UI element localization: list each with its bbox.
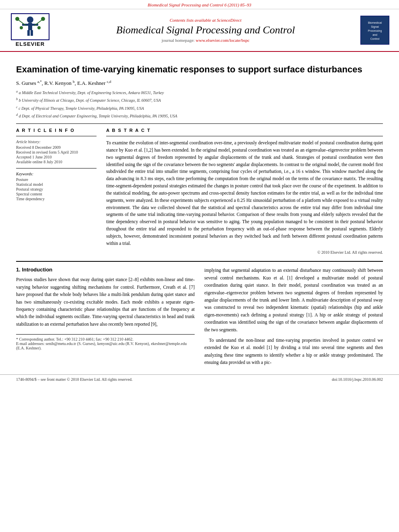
body-para-right-1: implying that segmental adaptation to an…: [204, 267, 383, 333]
keyword-4: Spectral content: [16, 192, 97, 196]
sciencedirect-link[interactable]: ScienceDirect: [217, 18, 241, 23]
section1-title: 1. Introduction: [16, 267, 195, 273]
divider-3: [16, 168, 97, 168]
history-revised: Received in revised form 5 April 2010: [16, 150, 97, 154]
elsevier-logo-box: [11, 13, 49, 40]
history-received: Received 8 December 2009: [16, 145, 97, 150]
keywords-title: Keywords:: [16, 172, 97, 176]
affiliation-c: c c Dept. of Physical Therapy, Temple Un…: [16, 105, 383, 112]
homepage-label: journal homepage:: [162, 38, 195, 43]
body-content: 1. Introduction Previous studies have sh…: [16, 267, 383, 369]
homepage-url[interactable]: www.elsevier.com/locate/bspc: [196, 38, 250, 43]
authors-line: S. Gurses a,*, R.V. Kenyon b, E.A. Keshn…: [16, 80, 383, 86]
divider-4: [106, 136, 383, 136]
section-divider: [16, 261, 383, 262]
history-online: Available online 8 July 2010: [16, 160, 97, 164]
svg-text:Signal: Signal: [371, 25, 379, 29]
doi-text: doi:10.1016/j.bspc.2010.06.002: [332, 377, 383, 382]
svg-text:Control: Control: [370, 37, 380, 40]
keywords-section: Keywords: Posture Statistical model Post…: [16, 172, 97, 201]
svg-text:Processing: Processing: [368, 29, 382, 33]
article-title: Examination of time-varying kinematic re…: [16, 64, 383, 76]
divider-1: [16, 123, 383, 124]
journal-header: ELSEVIER Contents lists available at Sci…: [0, 9, 399, 52]
journal-logo-inner: Biomedical Signal Processing and Control: [360, 16, 389, 45]
footnote-section: * Corresponding author. Tel.: +90 312 21…: [16, 334, 195, 350]
affiliation-a: a a Middle East Technical University, De…: [16, 89, 383, 96]
article-info-abstract: A R T I C L E I N F O Article history: R…: [16, 128, 383, 255]
svg-point-12: [37, 26, 41, 29]
body-para-right-2: To understand the non-linear and time-va…: [204, 337, 383, 366]
article-info-col: A R T I C L E I N F O Article history: R…: [16, 128, 97, 255]
svg-point-11: [20, 26, 23, 29]
body-para-1: Previous studies have shown that sway du…: [16, 276, 195, 328]
elsevier-wordmark: ELSEVIER: [16, 41, 45, 47]
svg-point-1: [27, 16, 33, 23]
journal-logo-icon: Biomedical Signal Processing and Control: [363, 18, 387, 42]
affiliation-d: d d Dept. of Electrical and Computer Eng…: [16, 112, 383, 119]
article-history: Article history: Received 8 December 200…: [16, 140, 97, 164]
abstract-col: A B S T R A C T To examine the evolution…: [106, 128, 383, 255]
homepage-line: journal homepage: www.elsevier.com/locat…: [162, 38, 250, 43]
history-accepted: Accepted 1 June 2010: [16, 155, 97, 159]
elsevier-logo: ELSEVIER: [8, 13, 52, 47]
footnote-text: * Corresponding author. Tel.: +90 312 21…: [16, 337, 195, 350]
keyword-1: Posture: [16, 177, 97, 182]
abstract-text: To examine the evolution of inter-segmen…: [106, 140, 383, 247]
keyword-2: Statistical model: [16, 182, 97, 187]
affiliation-b: b b University of Illinois at Chicago, D…: [16, 97, 383, 104]
affiliations: a a Middle East Technical University, De…: [16, 89, 383, 119]
svg-rect-5: [27, 30, 30, 36]
body-right-text: implying that segmental adaptation to an…: [204, 267, 383, 366]
svg-rect-6: [31, 30, 33, 36]
contents-line: Contents lists available at ScienceDirec…: [170, 18, 242, 23]
abstract-header: A B S T R A C T: [106, 128, 383, 133]
svg-point-9: [15, 17, 19, 21]
svg-text:and: and: [372, 33, 377, 36]
copyright-line: © 2010 Elsevier Ltd. All rights reserved…: [106, 250, 383, 255]
issn-text: 1746-8094/$ – see front matter © 2010 El…: [16, 377, 132, 382]
top-bar: Biomedical Signal Processing and Control…: [0, 0, 399, 9]
keyword-3: Postural strategy: [16, 187, 97, 191]
journal-reference: Biomedical Signal Processing and Control…: [148, 2, 251, 7]
svg-text:Biomedical: Biomedical: [368, 21, 382, 24]
header-center: Contents lists available at ScienceDirec…: [56, 13, 355, 47]
elsevier-tree-icon: [14, 16, 46, 38]
history-title: Article history:: [16, 140, 97, 144]
body-left-col: 1. Introduction Previous studies have sh…: [16, 267, 195, 369]
contents-text: Contents lists available at: [170, 18, 216, 23]
main-content: Examination of time-varying kinematic re…: [0, 52, 399, 370]
divider-2: [16, 136, 97, 136]
keyword-5: Time dependency: [16, 197, 97, 201]
article-info-header: A R T I C L E I N F O: [16, 128, 97, 133]
body-right-col: implying that segmental adaptation to an…: [204, 267, 383, 369]
body-left-text: Previous studies have shown that sway du…: [16, 276, 195, 328]
svg-rect-2: [28, 23, 32, 30]
journal-logo-box: Biomedical Signal Processing and Control: [359, 13, 391, 47]
footer-bar: 1746-8094/$ – see front matter © 2010 El…: [0, 374, 399, 384]
journal-title: Biomedical Signal Processing and Control: [116, 24, 295, 36]
svg-point-10: [41, 17, 45, 21]
